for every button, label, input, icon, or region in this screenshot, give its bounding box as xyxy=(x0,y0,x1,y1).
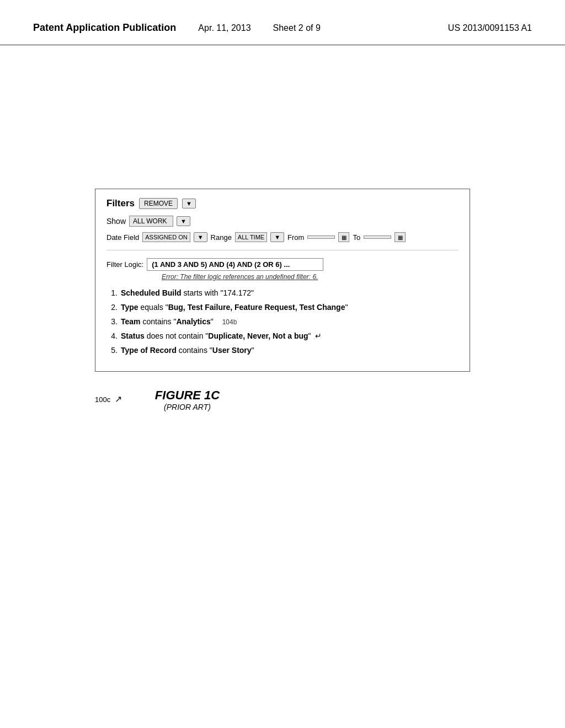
publication-title: Patent Application Publication xyxy=(33,22,176,34)
filter-num: 5. xyxy=(106,346,118,355)
filter-logic-input[interactable]: (1 AND 3 AND 5) AND (4) AND (2 OR 6) ... xyxy=(147,258,323,271)
show-row: Show ALL WORK ▼ xyxy=(106,216,459,227)
main-content: Filters REMOVE ▼ Show ALL WORK ▼ Date Fi… xyxy=(0,45,565,433)
filters-header: Filters REMOVE ▼ xyxy=(106,198,459,209)
filter-logic-section: Filter Logic: (1 AND 3 AND 5) AND (4) AN… xyxy=(106,258,459,281)
show-dropdown-button[interactable]: ▼ xyxy=(177,216,190,226)
filter-text: Status does not contain "Duplicate, Neve… xyxy=(121,331,322,340)
range-dropdown[interactable]: ▼ xyxy=(270,232,284,242)
filters-title: Filters xyxy=(106,198,135,209)
filter-num: 4. xyxy=(106,331,118,340)
filter-error-message: Error: The filter logic references an un… xyxy=(162,273,459,281)
date-field-dropdown[interactable]: ▼ xyxy=(194,232,207,242)
date-field-row: Date Field ASSIGNED ON ▼ Range ALL TIME … xyxy=(106,232,459,250)
arrow-icon: ↗ xyxy=(115,394,122,404)
filter-item-4: 4. Status does not contain "Duplicate, N… xyxy=(106,331,459,340)
filter-logic-label: Filter Logic: xyxy=(106,260,143,269)
return-arrow-icon: ↵ xyxy=(315,331,322,340)
range-label: Range xyxy=(211,233,232,242)
filter-item-5: 5. Type of Record contains "User Story" xyxy=(106,346,459,355)
filter-num: 2. xyxy=(106,303,118,312)
figure-title: FIGURE 1C xyxy=(155,388,220,403)
figure-title-block: FIGURE 1C (PRIOR ART) xyxy=(155,388,220,411)
filter-text: Scheduled Build starts with "174.172" xyxy=(121,288,254,297)
sheet-number: Sheet 2 of 9 xyxy=(273,23,321,33)
from-calendar-icon[interactable]: ▦ xyxy=(338,232,349,242)
page-header: Patent Application Publication Apr. 11, … xyxy=(0,0,565,45)
range-value: ALL TIME xyxy=(235,232,267,242)
to-label: To xyxy=(353,233,360,242)
date-field-value: ASSIGNED ON xyxy=(142,232,190,242)
remove-button[interactable]: REMOVE xyxy=(139,198,178,209)
filter-text: Team contains "Analytics" xyxy=(121,317,214,326)
figure-section: 100c ↗ FIGURE 1C (PRIOR ART) xyxy=(95,388,470,411)
filter-item-2: 2. Type equals "Bug, Test Failure, Featu… xyxy=(106,303,459,312)
show-value: ALL WORK xyxy=(129,216,173,227)
filter-list: 1. Scheduled Build starts with "174.172"… xyxy=(106,288,459,355)
publication-date: Apr. 11, 2013 xyxy=(198,23,250,33)
filter-ref-104b: 104b xyxy=(222,318,237,326)
filters-panel: Filters REMOVE ▼ Show ALL WORK ▼ Date Fi… xyxy=(95,189,470,372)
filter-item-3: 3. Team contains "Analytics" 104b xyxy=(106,317,459,326)
show-label: Show xyxy=(106,217,126,226)
filters-dropdown-button[interactable]: ▼ xyxy=(182,199,196,208)
to-calendar-icon[interactable]: ▦ xyxy=(395,232,406,242)
filter-text: Type of Record contains "User Story" xyxy=(121,346,254,355)
figure-subtitle: (PRIOR ART) xyxy=(155,403,220,411)
filter-num: 3. xyxy=(106,317,118,326)
to-input[interactable] xyxy=(364,235,391,239)
patent-number: US 2013/0091153 A1 xyxy=(448,23,532,33)
filter-text: Type equals "Bug, Test Failure, Feature … xyxy=(121,303,348,312)
date-field-label: Date Field xyxy=(106,233,139,242)
from-label: From xyxy=(287,233,304,242)
from-input[interactable] xyxy=(307,235,335,239)
filter-logic-row: Filter Logic: (1 AND 3 AND 5) AND (4) AN… xyxy=(106,258,459,271)
figure-ref: 100c ↗ xyxy=(95,394,122,404)
filter-num: 1. xyxy=(106,288,118,297)
filter-item-1: 1. Scheduled Build starts with "174.172" xyxy=(106,288,459,297)
